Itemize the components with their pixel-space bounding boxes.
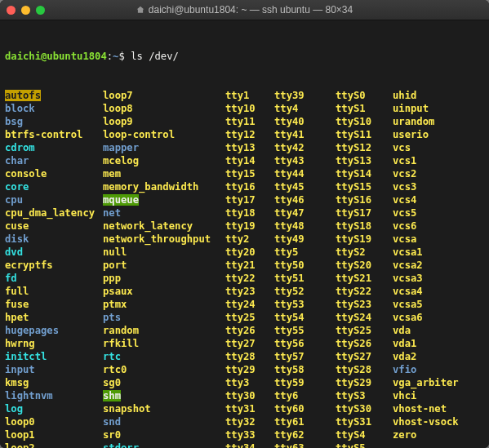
filename: tty2 — [225, 233, 249, 245]
filename: vcsa1 — [393, 246, 423, 258]
ls-entry: ttyS25 — [336, 324, 393, 337]
ls-entry: ttyS11 — [336, 128, 393, 141]
ls-entry: shm — [103, 389, 225, 402]
filename: ecryptfs — [5, 259, 53, 271]
filename: ttyS29 — [336, 377, 371, 388]
ls-entry: hwrng — [5, 337, 103, 350]
filename: pts — [103, 312, 121, 323]
ls-row: fuseptmxtty24tty53ttyS23vcsa5 — [5, 298, 484, 311]
filename: tty4 — [274, 103, 298, 114]
filename: ppp — [103, 273, 121, 284]
ls-row: cusenetwork_latencytty19tty48ttyS18vcs6 — [5, 220, 484, 233]
ls-entry: vga_arbiter — [393, 376, 484, 389]
ls-entry: tty54 — [274, 311, 336, 324]
filename: tty15 — [225, 168, 256, 180]
ls-entry: tty48 — [274, 220, 336, 233]
filename: tty34 — [225, 442, 256, 448]
ls-entry: tty23 — [225, 285, 274, 298]
ls-entry: tty46 — [274, 193, 336, 206]
window-title-text: daichi@ubuntu1804: ~ — ssh ubuntu — 80×3… — [149, 4, 353, 16]
ls-entry: vhost-net — [393, 402, 484, 415]
filename: vcs6 — [393, 220, 416, 232]
filename: loop2 — [5, 442, 35, 448]
ls-entry: ttyS0 — [336, 89, 393, 102]
filename: tty49 — [274, 233, 305, 245]
terminal-body[interactable]: daichi@ubuntu1804:~$ ls /dev/ autofsloop… — [0, 20, 489, 448]
ls-entry: full — [5, 285, 103, 298]
ls-entry: vcsa6 — [393, 311, 484, 324]
ls-entry: tty13 — [225, 141, 274, 154]
ls-entry: ttyS24 — [336, 311, 393, 324]
ls-entry: tty2 — [225, 233, 274, 246]
filename: vda — [393, 325, 411, 336]
ls-row: loop0sndtty32tty61ttyS31vhost-vsock — [5, 415, 484, 428]
ls-entry: tty1 — [225, 89, 274, 102]
ls-entry: bsg — [5, 115, 103, 128]
ls-entry: cpu_dma_latency — [5, 206, 103, 220]
ls-entry: uinput — [393, 102, 484, 115]
filename: ptmx — [103, 299, 127, 310]
ls-entry: hpet — [5, 311, 103, 324]
prompt-user-host: daichi@ubuntu1804 — [5, 51, 107, 62]
ls-entry: ttyS18 — [336, 220, 393, 233]
ls-row: consolememtty15tty44ttyS14vcs2 — [5, 167, 484, 180]
ls-entry: null — [103, 246, 225, 259]
filename: btrfs-control — [5, 129, 82, 140]
filename: sr0 — [103, 429, 121, 441]
filename: vcs — [393, 142, 411, 153]
filename: memory_bandwidth — [103, 181, 198, 193]
ls-entry: tty25 — [225, 311, 274, 324]
filename: cpu_dma_latency — [5, 207, 95, 219]
ls-entry: rtc0 — [103, 363, 225, 376]
ls-entry: ttyS28 — [336, 363, 393, 376]
filename: tty11 — [225, 116, 256, 127]
filename: tty52 — [274, 286, 305, 297]
ls-entry: hugepages — [5, 324, 103, 337]
filename: tty16 — [225, 181, 256, 193]
filename: cuse — [5, 220, 29, 232]
filename: tty40 — [274, 116, 305, 127]
ls-entry: btrfs-control — [5, 128, 103, 141]
ls-entry: ttyS23 — [336, 298, 393, 311]
filename: initctl — [5, 351, 47, 362]
close-icon[interactable] — [7, 6, 16, 15]
filename: tty62 — [274, 429, 305, 441]
ls-entry: vcs1 — [393, 154, 484, 167]
filename: ttyS27 — [336, 351, 371, 362]
filename: tty44 — [274, 168, 305, 180]
ls-entry: tty30 — [225, 389, 274, 402]
maximize-icon[interactable] — [36, 6, 45, 15]
ls-row: dvdnulltty20tty5ttyS2vcsa1 — [5, 246, 484, 259]
filename: fuse — [5, 299, 29, 310]
ls-entry: lightnvm — [5, 389, 103, 402]
ls-entry: ttyS5 — [336, 441, 393, 448]
filename: network_throughput — [103, 233, 211, 245]
ls-entry: vcs — [393, 141, 484, 154]
ls-entry: vcs2 — [393, 167, 484, 180]
ls-entry: tty49 — [274, 233, 336, 246]
filename: snapshot — [103, 403, 151, 415]
filename: stderr — [103, 442, 139, 448]
ls-entry: tty62 — [274, 428, 336, 441]
ls-entry: ttyS16 — [336, 193, 393, 206]
filename: tty39 — [274, 90, 305, 101]
filename: tty19 — [225, 220, 256, 232]
filename: zero — [393, 429, 416, 441]
filename: full — [5, 286, 29, 297]
filename: mapper — [103, 142, 139, 153]
ls-entry: loop7 — [103, 89, 225, 102]
filename: rtc0 — [103, 364, 127, 375]
filename: sg0 — [103, 377, 121, 388]
ls-entry: loop2 — [5, 441, 103, 448]
filename: tty47 — [274, 207, 305, 219]
ls-entry: tty56 — [274, 337, 336, 350]
ls-entry: network_throughput — [103, 233, 225, 246]
filename: vcsa6 — [393, 312, 423, 323]
filename: loop-control — [103, 129, 175, 140]
titlebar: daichi@ubuntu1804: ~ — ssh ubuntu — 80×3… — [0, 0, 489, 20]
filename: tty24 — [225, 299, 256, 310]
filename: tty56 — [274, 338, 305, 349]
filename: tty57 — [274, 351, 305, 362]
filename: tty29 — [225, 364, 256, 375]
minimize-icon[interactable] — [21, 6, 30, 15]
